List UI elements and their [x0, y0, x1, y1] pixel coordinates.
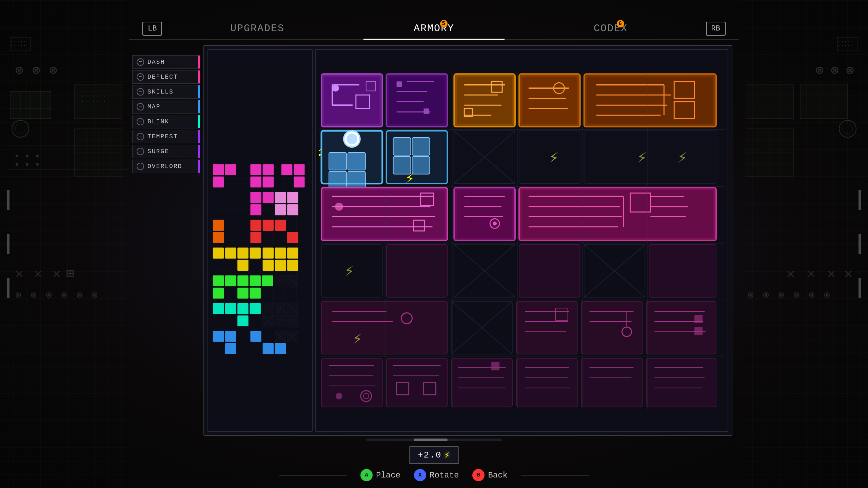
tab-codex[interactable]: CODEx 6 [522, 19, 699, 38]
rotate-control[interactable]: X Rotate [414, 469, 459, 481]
svg-rect-49 [746, 85, 793, 119]
dash-label: DASH [147, 59, 165, 65]
surge-minus-icon[interactable]: − [137, 148, 144, 155]
svg-rect-133 [250, 303, 260, 314]
svg-rect-239 [457, 190, 512, 238]
svg-text:⊗: ⊗ [31, 289, 37, 301]
svg-rect-97 [213, 220, 224, 230]
ability-skills[interactable]: − SKILLS [132, 85, 200, 99]
x-button[interactable]: X [414, 469, 426, 481]
svg-rect-210 [329, 152, 347, 170]
svg-text:⊗: ⊗ [46, 289, 52, 301]
svg-rect-93 [275, 192, 286, 203]
svg-rect-138 [263, 343, 274, 354]
tempest-label: TEMPEST [147, 133, 178, 140]
ability-overlord[interactable]: − OVERLORD [132, 160, 200, 173]
overlord-bar [198, 160, 200, 173]
svg-rect-101 [250, 232, 261, 243]
ability-tempest[interactable]: − TEMPEST [132, 130, 200, 143]
ability-blink[interactable]: − BLINK [132, 115, 200, 128]
rotate-label: Rotate [430, 471, 459, 480]
equipment-grid-svg: ⚡ ⚡ ⚡ [319, 53, 725, 428]
svg-rect-308 [516, 358, 577, 407]
svg-text:⊗: ⊗ [15, 289, 21, 301]
svg-rect-92 [263, 192, 274, 203]
svg-rect-137 [250, 331, 261, 342]
svg-text:⊗: ⊗ [49, 62, 57, 78]
svg-rect-106 [237, 247, 248, 258]
svg-rect-129 [213, 303, 224, 314]
a-button[interactable]: A [360, 469, 373, 481]
overlord-minus-icon[interactable]: − [137, 163, 144, 170]
svg-rect-226 [584, 131, 716, 184]
svg-text:⚡: ⚡ [549, 149, 559, 167]
svg-rect-45 [7, 278, 9, 298]
tempest-minus-icon[interactable]: − [137, 133, 144, 140]
tab-bar: LB Upgrades Armory 5 CODEx 6 RB [129, 19, 739, 38]
svg-rect-74 [859, 234, 861, 254]
blink-minus-icon[interactable]: − [137, 118, 144, 125]
controls-bar: A Place X Rotate B Back [279, 469, 589, 481]
back-control[interactable]: B Back [472, 469, 508, 481]
place-control[interactable]: A Place [360, 469, 400, 481]
svg-point-21 [36, 163, 39, 166]
scroll-thumb [414, 439, 448, 441]
svg-rect-122 [250, 288, 260, 299]
lb-button[interactable]: LB [142, 22, 162, 36]
map-minus-icon[interactable]: − [137, 103, 144, 110]
deflect-minus-icon[interactable]: − [137, 73, 144, 81]
svg-rect-132 [237, 316, 248, 326]
skills-minus-icon[interactable]: − [137, 88, 144, 96]
svg-point-209 [347, 134, 357, 144]
svg-text:⊗: ⊗ [824, 289, 830, 301]
tab-upgrades[interactable]: Upgrades [169, 19, 346, 38]
ability-dash[interactable]: − DASH [132, 55, 200, 69]
map-label: MAP [147, 103, 160, 110]
panel-container: − DASH − DEFLECT − SKILLS − MAP − BL [129, 45, 739, 436]
svg-rect-91 [250, 204, 261, 215]
rb-button[interactable]: RB [706, 22, 726, 36]
svg-rect-230 [324, 190, 445, 238]
svg-text:+: + [242, 167, 244, 171]
svg-rect-80 [213, 164, 224, 175]
svg-rect-115 [213, 275, 224, 286]
skills-bar [198, 85, 200, 98]
abilities-sidebar: − DASH − DEFLECT − SKILLS − MAP − BL [132, 45, 200, 436]
svg-rect-94 [287, 192, 298, 203]
svg-text:⊗: ⊗ [793, 289, 800, 301]
svg-rect-44 [7, 234, 9, 254]
svg-rect-116 [225, 275, 236, 286]
power-value: +2.0 [418, 450, 441, 460]
svg-rect-89 [294, 177, 304, 187]
svg-rect-112 [275, 260, 286, 271]
scroll-bar[interactable] [366, 439, 502, 441]
ability-deflect[interactable]: − DEFLECT [132, 70, 200, 84]
svg-rect-217 [412, 138, 430, 155]
place-label: Place [376, 471, 400, 480]
svg-rect-88 [294, 164, 304, 175]
svg-text:. . . . . . . .: . . . . . . . . [78, 99, 105, 102]
svg-rect-108 [250, 247, 260, 258]
svg-rect-211 [348, 152, 366, 170]
b-button[interactable]: B [472, 469, 485, 481]
svg-text:• • • • •: • • • • • [838, 40, 853, 43]
svg-rect-104 [213, 247, 224, 258]
lightning-icon: ⚡ [444, 450, 450, 461]
svg-rect-95 [287, 204, 298, 215]
piece-selection-panel[interactable]: + + + + [208, 49, 313, 432]
ability-map[interactable]: − MAP [132, 100, 200, 114]
game-panels: + + + + [203, 45, 732, 436]
svg-text:✕: ✕ [53, 265, 61, 281]
tab-armory[interactable]: Armory 5 [346, 19, 522, 38]
svg-text:• • • • •: • • • • • [11, 44, 25, 47]
svg-text:✕: ✕ [827, 265, 835, 281]
svg-rect-86 [263, 177, 274, 187]
svg-rect-193 [522, 77, 577, 124]
svg-rect-100 [263, 220, 274, 230]
svg-text:⊗: ⊗ [831, 62, 839, 78]
svg-text:⊗: ⊗ [32, 62, 40, 78]
bottom-hud: +2.0 ⚡ A Place X Rotate B [129, 441, 739, 488]
equipment-panel[interactable]: ⚡ ⚡ ⚡ [315, 49, 728, 432]
ability-surge[interactable]: − SURGE [132, 145, 200, 158]
dash-minus-icon[interactable]: − [137, 58, 144, 66]
